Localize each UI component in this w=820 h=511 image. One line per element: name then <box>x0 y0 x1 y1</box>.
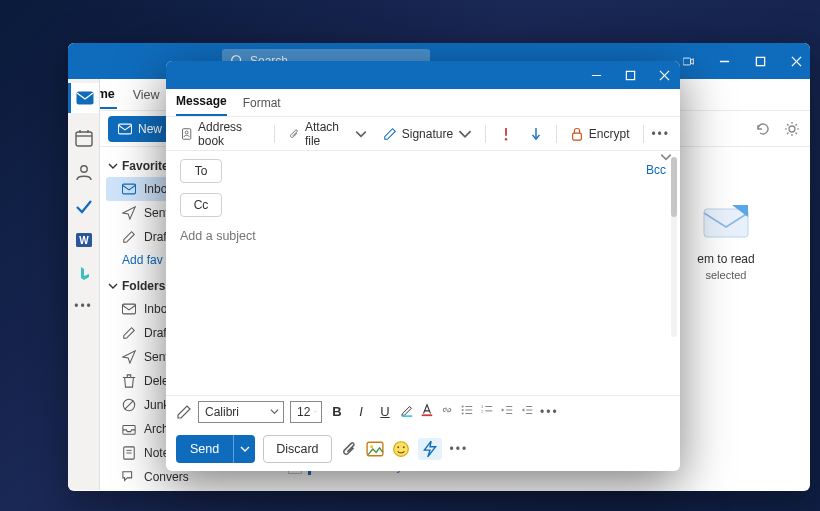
envelope-illustration <box>702 203 750 239</box>
tab-format[interactable]: Format <box>243 96 281 116</box>
svg-point-42 <box>462 409 464 411</box>
minimize-button[interactable] <box>718 55 730 67</box>
compose-toolbar: Address book Attach file Signature Encry… <box>166 117 680 151</box>
svg-rect-10 <box>118 124 131 134</box>
scrollbar[interactable] <box>671 157 677 337</box>
importance-high-button[interactable] <box>494 124 518 144</box>
picture-icon[interactable] <box>366 440 384 458</box>
link-button[interactable] <box>440 403 454 420</box>
arrow-down-icon <box>529 127 543 141</box>
svg-point-36 <box>505 138 507 140</box>
svg-point-60 <box>397 446 399 448</box>
chevron-down-icon <box>458 127 472 141</box>
indent-button[interactable] <box>520 403 534 420</box>
rail-mail[interactable] <box>68 83 99 113</box>
chevron-down-icon <box>108 281 118 291</box>
send-options-button[interactable] <box>233 435 255 463</box>
reading-line2: selected <box>666 269 786 281</box>
meet-now-icon[interactable] <box>682 55 694 67</box>
lock-icon <box>570 127 584 141</box>
send-button-group: Send <box>176 435 255 463</box>
compose-fields: To Bcc Cc <box>166 151 680 249</box>
cc-button[interactable]: Cc <box>180 193 222 217</box>
attach-file-button[interactable]: Attach file <box>283 117 372 151</box>
font-color-button[interactable] <box>420 403 434 420</box>
exclamation-icon <box>499 127 513 141</box>
maximize-button[interactable] <box>624 69 636 81</box>
calendar-icon[interactable] <box>75 129 93 147</box>
bcc-link[interactable]: Bcc <box>646 163 666 177</box>
new-mail-button[interactable]: New <box>108 116 172 142</box>
svg-point-26 <box>80 166 86 172</box>
chevron-down-icon <box>240 444 250 454</box>
address-book-icon <box>181 127 193 141</box>
svg-point-41 <box>462 405 464 407</box>
cc-row: Cc <box>180 193 666 217</box>
tab-message[interactable]: Message <box>176 94 227 116</box>
font-family-select[interactable]: Calibri <box>198 401 284 423</box>
underline-button[interactable]: U <box>376 404 394 419</box>
importance-low-button[interactable] <box>524 124 548 144</box>
bing-icon[interactable] <box>75 265 93 283</box>
highlight-button[interactable] <box>400 403 414 420</box>
pen-icon[interactable] <box>176 404 192 420</box>
svg-point-61 <box>402 446 404 448</box>
toolbar-more-button[interactable]: ••• <box>651 127 670 141</box>
tab-view[interactable]: View <box>131 82 162 108</box>
to-button[interactable]: To <box>180 159 222 183</box>
chevron-down-icon <box>314 407 317 416</box>
close-button[interactable] <box>658 69 670 81</box>
minimize-button[interactable] <box>590 69 602 81</box>
discard-button[interactable]: Discard <box>263 435 331 463</box>
more-apps-icon[interactable]: ••• <box>74 299 93 313</box>
to-input[interactable] <box>230 159 666 183</box>
svg-text:W: W <box>79 235 89 246</box>
chevron-down-icon <box>355 127 367 141</box>
scheduling-button[interactable] <box>418 438 442 460</box>
maximize-button[interactable] <box>754 55 766 67</box>
undo-icon[interactable] <box>754 121 770 137</box>
todo-icon[interactable] <box>75 197 93 215</box>
reading-pane-empty: em to read selected <box>666 203 786 281</box>
svg-rect-38 <box>572 133 581 140</box>
paperclip-icon <box>288 127 300 141</box>
format-more-button[interactable]: ••• <box>540 405 559 419</box>
svg-rect-2 <box>683 58 691 65</box>
svg-rect-13 <box>122 304 135 314</box>
outdent-button[interactable] <box>500 403 514 420</box>
font-size-select[interactable]: 12 <box>290 401 322 423</box>
reading-line1: em to read <box>666 252 786 266</box>
svg-point-59 <box>393 442 408 457</box>
svg-point-58 <box>370 445 373 448</box>
svg-rect-40 <box>422 414 433 416</box>
cc-input[interactable] <box>230 193 666 217</box>
paperclip-icon[interactable] <box>340 440 358 458</box>
emoji-icon[interactable] <box>392 440 410 458</box>
close-button[interactable] <box>790 55 802 67</box>
signature-button[interactable]: Signature <box>378 124 477 144</box>
italic-button[interactable]: I <box>352 404 370 419</box>
svg-line-15 <box>125 401 134 410</box>
numbering-button[interactable]: 12 <box>480 403 494 420</box>
chevron-down-icon <box>270 407 279 416</box>
message-body[interactable] <box>180 249 676 395</box>
svg-rect-4 <box>756 57 764 65</box>
to-row: To Bcc <box>180 159 666 183</box>
new-mail-label: New <box>138 122 162 136</box>
app-rail: W ••• <box>68 79 100 490</box>
address-book-button[interactable]: Address book <box>176 117 266 151</box>
word-icon[interactable]: W <box>75 231 93 249</box>
bullets-button[interactable] <box>460 403 474 420</box>
compose-window: Message Format Address book Attach file … <box>166 61 680 471</box>
subject-input[interactable] <box>180 227 666 249</box>
people-icon[interactable] <box>75 163 93 181</box>
chevron-down-icon <box>108 161 118 171</box>
svg-point-34 <box>185 130 188 133</box>
main-window-controls <box>682 55 802 67</box>
encrypt-button[interactable]: Encrypt <box>565 124 635 144</box>
send-more-button[interactable]: ••• <box>450 442 469 456</box>
light-icon[interactable] <box>784 121 800 137</box>
bold-button[interactable]: B <box>328 404 346 419</box>
format-bar: Calibri 12 B I U 12 ••• <box>166 395 680 427</box>
send-button[interactable]: Send <box>176 435 233 463</box>
